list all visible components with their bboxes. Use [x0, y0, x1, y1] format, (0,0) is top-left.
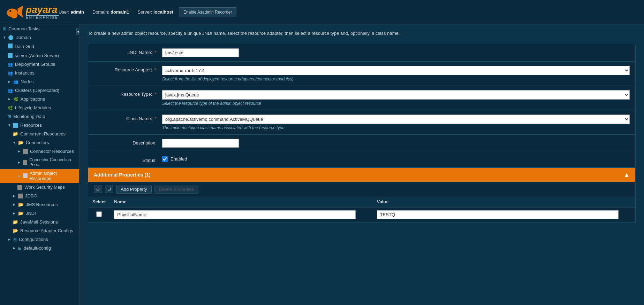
leaf-icon: 🌿: [13, 97, 18, 102]
select-all-icon-btn[interactable]: ⊞: [94, 185, 102, 193]
sidebar-item-default-config[interactable]: ► ⊞ default-config: [0, 244, 79, 252]
sidebar-item-admin-server[interactable]: server (Admin Server): [0, 51, 79, 60]
arrow-icon: ►: [8, 80, 11, 84]
class-name-label: Class Name: *: [94, 115, 157, 121]
sidebar-item-data-grid[interactable]: Data Grid: [0, 42, 79, 51]
properties-table-body: [88, 207, 635, 222]
resource-type-field: javax.jms.Queue Select the resource type…: [162, 90, 630, 106]
additional-properties-section: Additional Properties (1) ▲ ⊞ ⊟ Add Prop…: [88, 167, 636, 222]
resource-adapter-select[interactable]: activemq-rar-5.17.4: [162, 66, 630, 75]
arrow-icon: ►: [13, 203, 16, 206]
row-select-cell: [88, 207, 110, 222]
sidebar: ◀◀ ⊞ Common Tasks ▼ Domain Data Grid ser…: [0, 24, 79, 305]
folder-orange-icon: 📂: [18, 211, 24, 216]
sidebar-item-configurations[interactable]: ► ⊞ Configurations: [0, 235, 79, 244]
row-checkbox[interactable]: [96, 211, 102, 217]
folder-orange-icon: 📂: [18, 140, 24, 145]
col-header-name: Name: [110, 196, 372, 208]
sidebar-item-applications[interactable]: ► 🌿 Applications: [0, 95, 79, 103]
sidebar-item-domain[interactable]: ▼ Domain: [0, 33, 79, 42]
header-info: User: admin Domain: domain1 Server: loca…: [59, 9, 173, 15]
delete-properties-button[interactable]: Delete Properties: [154, 185, 198, 194]
arrow-icon: ►: [13, 246, 16, 250]
grid-icon: ⊞: [8, 114, 11, 119]
logo-enterprise: ENTERPRISE: [26, 15, 59, 19]
sidebar-item-label: Domain: [15, 35, 31, 40]
folder-orange-icon: 📂: [13, 228, 18, 233]
people-icon: 👥: [8, 71, 13, 76]
resource-type-label: Resource Type: *: [94, 90, 157, 97]
sidebar-item-label: Deployment Groups: [15, 62, 55, 67]
sidebar-item-label: Connector Connection Poo...: [29, 157, 76, 167]
sidebar-toggle-button[interactable]: ◀◀: [76, 28, 79, 35]
box-icon: [13, 123, 18, 128]
additional-properties-header[interactable]: Additional Properties (1) ▲: [88, 168, 635, 182]
sidebar-item-work-security-maps[interactable]: Work Security Maps: [0, 183, 79, 191]
sidebar-item-label: Connectors: [26, 140, 49, 145]
property-name-input[interactable]: [114, 210, 356, 219]
required-marker: *: [155, 50, 157, 55]
sidebar-item-connector-resources[interactable]: ► Connector Resources: [0, 147, 79, 156]
status-checkbox-row: Enabled: [162, 156, 630, 162]
arrow-icon: ▼: [13, 141, 16, 144]
sidebar-item-common-tasks[interactable]: ⊞ Common Tasks: [0, 24, 79, 33]
row-name-cell: [110, 207, 372, 222]
jndi-name-label: JNDI Name: *: [94, 48, 157, 55]
admin-object-form: JNDI Name: * Resource Adapter: *: [88, 44, 636, 167]
properties-table-header: Select Name Value: [88, 196, 635, 208]
folder-sm-icon: [18, 194, 23, 198]
property-value-input[interactable]: [377, 210, 619, 219]
description-input[interactable]: [162, 139, 239, 148]
resource-adapter-row: Resource Adapter: * activemq-rar-5.17.4 …: [88, 62, 635, 86]
enable-asadmin-recorder-button[interactable]: Enable Asadmin Recorder: [179, 7, 236, 17]
status-checkbox[interactable]: [162, 156, 168, 162]
col-header-value: Value: [373, 196, 635, 208]
row-value-cell: [373, 207, 635, 222]
sidebar-item-label: Clusters (Deprecated): [15, 88, 59, 93]
class-name-field: org.apache.activemq.command.ActiveMQQueu…: [162, 115, 630, 130]
sidebar-item-resources[interactable]: ▼ Resources: [0, 121, 79, 130]
description-row: Description:: [88, 135, 635, 152]
resource-adapter-field: activemq-rar-5.17.4 Select from the list…: [162, 66, 630, 81]
class-name-row: Class Name: * org.apache.activemq.comman…: [88, 110, 635, 135]
sidebar-item-admin-object-resources[interactable]: ► Admin Object Resources: [0, 169, 79, 183]
status-enabled-label: Enabled: [171, 156, 187, 162]
class-name-select[interactable]: org.apache.activemq.command.ActiveMQQueu…: [162, 115, 630, 124]
deselect-all-icon-btn[interactable]: ⊟: [105, 185, 113, 193]
properties-table: Select Name Value: [88, 196, 635, 222]
sidebar-item-label: Monitoring Data: [13, 114, 45, 119]
resource-type-select[interactable]: javax.jms.Queue: [162, 90, 630, 100]
grid-icon: ⊞: [3, 26, 6, 31]
domain-info: Domain: domain1: [92, 9, 129, 15]
arrow-icon: ►: [8, 237, 11, 241]
sidebar-item-instances[interactable]: 👥 Instances: [0, 69, 79, 77]
sidebar-item-monitoring-data[interactable]: ⊞ Monitoring Data: [0, 112, 79, 121]
sidebar-item-jndi[interactable]: ► 📂 JNDI: [0, 209, 79, 218]
sidebar-item-deployment-groups[interactable]: 👥 Deployment Groups: [0, 60, 79, 69]
description-label: Description:: [94, 139, 157, 146]
resource-type-hint: Select the resource type of the admin ob…: [162, 101, 630, 106]
sidebar-item-label: Admin Object Resources: [30, 171, 76, 181]
folder-icon: 📁: [13, 131, 18, 136]
arrow-icon: ►: [17, 161, 21, 164]
sidebar-item-jms-resources[interactable]: ► 📂 JMS Resources: [0, 200, 79, 209]
leaf-icon: 🌿: [8, 105, 13, 110]
sidebar-item-jdbc[interactable]: ► JDBC: [0, 191, 79, 200]
arrow-icon: ▼: [3, 36, 6, 39]
grid-icon: ⊞: [18, 246, 22, 251]
sidebar-item-lifecycle-modules[interactable]: 🌿 Lifecycle Modules: [0, 103, 79, 112]
sidebar-item-concurrent-resources[interactable]: 📁 Concurrent Resources: [0, 130, 79, 138]
sidebar-item-connectors[interactable]: ▼ 📂 Connectors: [0, 138, 79, 147]
folder-icon: 📁: [13, 219, 18, 225]
sidebar-item-resource-adapter-configs[interactable]: 📂 Resource Adapter Configs: [0, 226, 79, 235]
sidebar-item-nodes[interactable]: ► 👥 Nodes: [0, 77, 79, 86]
sidebar-item-clusters[interactable]: 👥 Clusters (Deprecated): [0, 86, 79, 95]
sidebar-item-label: Configurations: [19, 237, 48, 242]
sidebar-item-javamail-sessions[interactable]: 📁 JavaMail Sessions: [0, 218, 79, 226]
app-header: payara ENTERPRISE User: admin Domain: do…: [0, 0, 644, 24]
sidebar-item-connector-connection-pool[interactable]: ► Connector Connection Poo...: [0, 156, 79, 169]
jndi-name-input[interactable]: [162, 48, 239, 57]
add-property-button[interactable]: Add Property: [116, 185, 152, 194]
sidebar-item-label: Applications: [21, 96, 45, 102]
status-row: Status: Enabled: [88, 152, 635, 167]
